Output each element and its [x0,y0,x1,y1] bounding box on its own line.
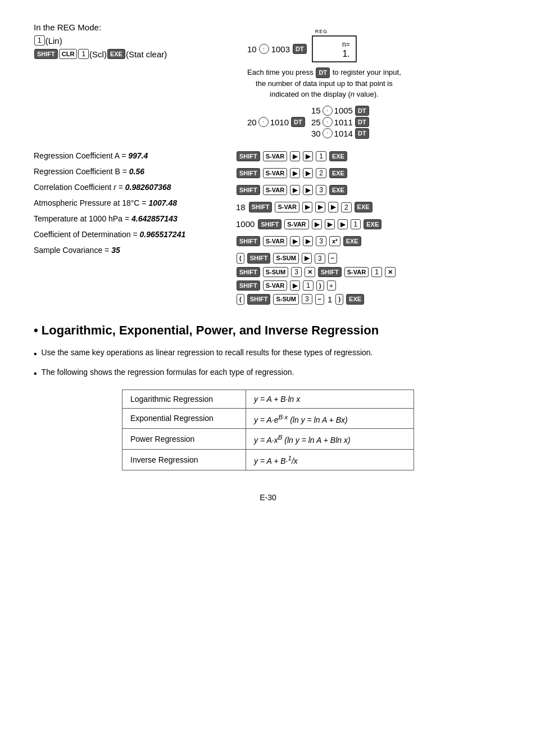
ks-cov-arr1: ▶ [302,253,312,263]
ks-b-shift: SHIFT [237,168,260,178]
ks-cod-svar: S-VAR [263,236,287,246]
right-col: 10 · 1003 DT REG n= 1. Each time you pre… [247,35,502,146]
ks-cov-1a: 1 [371,267,382,277]
ks-temp-svar: S-VAR [284,219,308,229]
ks-r-exe: EXE [329,185,347,195]
table-cell-formula-0: y = A + B·ln x [246,390,414,408]
key-exe: EXE [107,49,125,59]
key-shift: SHIFT [34,49,58,59]
ks-a-svar: S-VAR [263,151,287,161]
ks-r-arr1: ▶ [290,185,300,195]
val-10: 10 [247,44,257,54]
ks-cod-arr2: ▶ [303,236,313,246]
ks-cod-x2: x² [329,236,340,246]
scl-label: (Scl) [89,49,107,59]
ks-atm-svar: S-VAR [275,202,299,212]
coeff-a-label: Regression Coefficient A = [34,151,128,160]
dt-inline: DT [316,67,330,78]
val-25: 25 [311,117,321,127]
val-1014: 1014 [334,129,353,138]
table-cell-formula-3: y = A + B·1/x [246,449,414,470]
coeff-b-value: 0.56 [129,167,144,176]
temp-label: Temperature at 1000 hPa = [34,214,131,223]
val-1003: 1003 [271,44,290,54]
ks-cod-arr1: ▶ [290,236,300,246]
heading-text: • Logarithmic, Exponential, Power, and I… [34,323,379,338]
ks-cov-minus2: − [315,294,324,304]
cov-label: Sample Covariance = [34,246,111,255]
regression-table: Logarithmic Regression y = A + B·ln x Ex… [122,390,414,470]
reg-label: REG [315,29,328,34]
ks-cov-shift4: SHIFT [237,280,260,291]
display-value: 1. [342,49,349,58]
ks-cov-div: ÷ [327,280,336,291]
val-1011: 1011 [334,117,353,127]
ks-temp-arr1: ▶ [312,219,322,229]
ks-cov-arr2: ▶ [290,280,300,291]
stat-clear-label: (Stat clear) [126,49,167,59]
ks-cov-ssum3: S-SUM [273,294,298,304]
table-row: Exponential Regression y = A·eB·x (ln y … [122,408,414,429]
cod-value: 0.965517241 [139,230,185,239]
atm-value: 1007.48 [148,198,177,207]
ks-temp-arr3: ▶ [338,219,348,229]
table-row: Power Regression y = A·xB (ln y = ln A +… [122,429,414,450]
table-cell-type-0: Logarithmic Regression [122,390,246,408]
val-1005: 1005 [334,106,353,115]
lin-label: (Lin) [46,36,62,46]
ks-cov-1c: 1 [328,295,332,304]
ks-b-arr1: ▶ [290,168,300,178]
dt-3: DT [291,117,305,127]
dot-key-1: · [259,44,269,54]
dt-4: DT [355,117,369,127]
ks-cov-ssum1: S-SUM [273,253,298,263]
data-rows: 15 · 1005 DT 20 · 1010 DT 25 · 1011 DT [247,106,370,139]
ks-temp-1: 1 [351,219,361,229]
table-cell-type-3: Inverse Regression [122,449,246,470]
ks-cov-rparen2: ) [335,294,343,304]
key-1: 1 [34,35,45,46]
page-content: In the REG Mode: 1 (Lin) SHIFT CLR 1 (Sc… [34,22,502,502]
bullet-1-text: Use the same key operations as linear re… [42,347,373,361]
ks-cov-shift5: SHIFT [247,294,271,304]
ks-r-arr2: ▶ [303,185,313,195]
dot-4: · [322,117,333,127]
cod-label: Coefficient of Determination = [34,230,139,239]
temp-value: 4.642857143 [131,214,178,223]
ks-r-3: 3 [316,185,326,195]
ks-cov-cross1: ✕ [305,267,315,277]
table-cell-formula-1: y = A·eB·x (ln y = ln A + Bx) [246,408,414,429]
ks-a-exe: EXE [329,151,347,161]
page-number: E-30 [34,493,502,502]
ks-cov-shift2: SHIFT [237,267,260,277]
intro-text: In the REG Mode: [34,22,502,32]
bullet-2-text: The following shows the regression formu… [42,366,294,381]
corr-r-label: Correlation Coefficient r = [34,183,125,192]
coeff-a-value: 997.4 [128,151,148,160]
table-row: Logarithmic Regression y = A + B·ln x [122,390,414,408]
cov-keys: ( SHIFT S-SUM ▶ 3 − SHIFT S-SUM 3 ✕ SHIF… [236,253,502,306]
ks-a-1: 1 [316,151,326,161]
ks-temp-shift: SHIFT [258,219,281,229]
ks-b-arr2: ▶ [303,168,313,178]
key-1b: 1 [78,49,89,59]
coeff-labels: Regression Coefficient A = 997.4 Regress… [34,151,225,306]
atm-label: Atmospheric Pressure at 18°C = [34,198,148,207]
ks-b-2: 2 [316,168,326,178]
ks-cov-exe: EXE [346,294,364,304]
ks-cov-1b: 1 [303,280,314,291]
display-box: REG n= 1. [312,35,357,62]
key-sequences: SHIFT S-VAR ▶ ▶ 1 EXE SHIFT S-VAR ▶ ▶ 2 … [236,151,502,306]
key-clr: CLR [59,49,78,59]
bullet-1: Use the same key operations as linear re… [34,347,502,361]
ks-atm-18: 18 [236,202,246,212]
ks-cov-3b: 3 [291,267,302,277]
ks-b-exe: EXE [329,168,347,178]
ks-atm-arr3: ▶ [328,202,338,212]
ks-cov-3c: 3 [302,294,312,304]
ks-cov-cross2: ✕ [385,267,396,277]
ks-r-shift: SHIFT [237,185,260,195]
ks-atm-exe: EXE [355,202,373,212]
ks-cov-shift3: SHIFT [318,267,342,277]
ks-a-arr2: ▶ [303,151,313,161]
